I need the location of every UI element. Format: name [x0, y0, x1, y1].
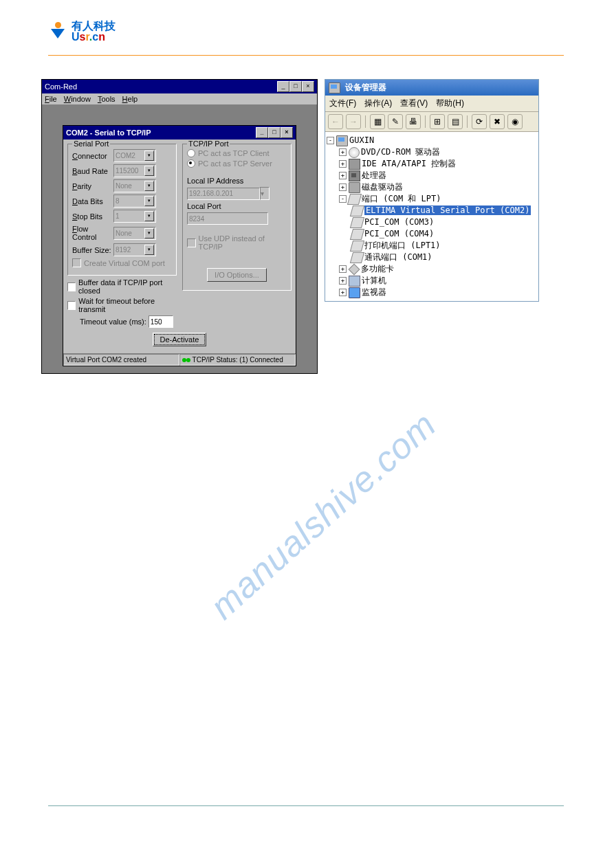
com2-maximize-icon[interactable]: □ — [268, 127, 281, 138]
dm-toolbar: ← → ▦ ✎ 🖶 ⊞ ▤ ⟳ ✖ ◉ — [325, 112, 538, 132]
menu-window[interactable]: Window — [64, 95, 91, 103]
create-vport-label: Create Virtual COM port — [84, 259, 165, 267]
tree-lpt[interactable]: 打印机端口 (LPT1) — [364, 241, 441, 250]
local-port-input[interactable]: 8234 — [187, 212, 268, 225]
monitor-icon — [349, 287, 360, 298]
toolbar-btn[interactable]: ◉ — [507, 114, 523, 129]
com2-statusbar: Virtual Port COM2 created TCP/IP Status:… — [63, 353, 296, 366]
com2-titlebar[interactable]: COM2 - Serial to TCP/IP _ □ × — [63, 126, 296, 140]
expand-icon[interactable]: + — [339, 277, 347, 285]
serial-group-title: Serial Port — [72, 140, 110, 148]
tcp-server-radio[interactable] — [187, 159, 195, 168]
tree-ide[interactable]: IDE ATA/ATAPI 控制器 — [362, 159, 456, 168]
tree-pci3[interactable]: PCI_COM (COM3) — [364, 217, 434, 227]
chevron-down-icon: ▾ — [144, 211, 154, 221]
tree-dvd[interactable]: DVD/CD-ROM 驱动器 — [361, 147, 440, 157]
com2-minimize-icon[interactable]: _ — [256, 127, 268, 138]
tree-ports[interactable]: 端口 (COM 和 LPT) — [362, 194, 441, 203]
baud-label: Baud Rate — [72, 167, 113, 175]
menu-help[interactable]: Help — [122, 95, 138, 103]
buffer-closed-checkbox[interactable] — [67, 282, 76, 291]
port-icon — [350, 217, 364, 228]
print-icon[interactable]: 🖶 — [406, 114, 421, 129]
close-icon[interactable]: × — [302, 81, 314, 92]
tree-eltima-selected[interactable]: ELTIMA Virtual Serial Port (COM2) — [364, 205, 531, 215]
tree-monitor[interactable]: 监视器 — [362, 287, 386, 297]
expand-icon[interactable]: + — [339, 148, 347, 156]
connector-select[interactable]: COM2▾ — [113, 149, 156, 162]
port-icon — [350, 241, 364, 252]
dm-menu-file[interactable]: 文件(F) — [329, 98, 356, 109]
expand-icon[interactable]: + — [339, 265, 347, 273]
status-tcp: TCP/IP Status: (1) Connected — [179, 354, 296, 366]
tree-disk[interactable]: 磁盘驱动器 — [362, 182, 403, 192]
comred-menubar: File Window Tools Help — [42, 93, 317, 104]
toolbar-btn[interactable]: ⊞ — [430, 114, 445, 129]
menu-file[interactable]: File — [45, 95, 57, 103]
expand-icon[interactable]: + — [339, 160, 347, 168]
expand-icon[interactable]: + — [339, 289, 347, 296]
status-dot-icon — [186, 358, 190, 362]
comred-titlebar[interactable]: Com-Red _ □ × — [42, 80, 317, 93]
dm-menu-view[interactable]: 查看(V) — [400, 98, 428, 109]
properties-icon[interactable]: ✎ — [388, 114, 403, 129]
buffer-closed-label: Buffer data if TCP/IP port closed — [78, 278, 177, 295]
wait-timeout-checkbox[interactable] — [67, 301, 76, 310]
tcp-client-label: PC act as TCP Client — [198, 149, 270, 157]
tree-com1[interactable]: 通讯端口 (COM1) — [364, 252, 432, 262]
baud-select[interactable]: 115200▾ — [113, 164, 156, 177]
uninstall-icon[interactable]: ✖ — [490, 114, 505, 129]
port-icon — [350, 229, 364, 240]
local-ip-input[interactable]: 192.168.0.201 — [187, 188, 260, 200]
back-icon[interactable]: ← — [328, 114, 343, 129]
parity-select[interactable]: None▾ — [113, 179, 156, 192]
minimize-icon[interactable]: _ — [277, 81, 289, 92]
maximize-icon[interactable]: □ — [289, 81, 302, 92]
expand-icon[interactable]: + — [339, 172, 347, 179]
toolbar-btn[interactable]: ▤ — [448, 114, 463, 129]
timeout-input[interactable]: 150 — [149, 315, 173, 328]
tcp-client-radio[interactable] — [187, 149, 195, 157]
use-udp-label: Use UDP instead of TCP/IP — [199, 234, 287, 251]
create-vport-checkbox[interactable] — [72, 258, 81, 267]
tree-computer[interactable]: 计算机 — [362, 276, 386, 285]
scan-icon[interactable]: ⟳ — [472, 114, 487, 129]
deactivate-button[interactable]: De-Activate — [153, 333, 207, 346]
local-port-label: Local Port — [187, 202, 287, 210]
buffer-select[interactable]: 8192▾ — [113, 243, 156, 256]
computer-icon — [336, 135, 348, 146]
disk-icon — [349, 182, 360, 193]
tree-multi[interactable]: 多功能卡 — [361, 264, 394, 274]
brand-figure-icon — [48, 22, 67, 41]
use-udp-checkbox[interactable] — [187, 238, 196, 247]
databits-select[interactable]: 8▾ — [113, 194, 156, 208]
buffer-label: Buffer Size: — [72, 246, 113, 254]
local-ip-label: Local IP Address — [187, 177, 287, 185]
stopbits-select[interactable]: 1▾ — [113, 210, 156, 223]
flow-select[interactable]: None▾ — [113, 227, 156, 240]
tree-cpu[interactable]: 处理器 — [362, 170, 386, 180]
wait-timeout-label: Wait for timeout before transmit — [78, 297, 177, 313]
tree-root[interactable]: GUXIN — [349, 135, 374, 145]
comred-title: Com-Red — [45, 82, 77, 91]
header-divider — [48, 55, 564, 56]
dm-menu-help[interactable]: 帮助(H) — [436, 98, 464, 109]
forward-icon[interactable]: → — [346, 114, 361, 129]
tree-pci4[interactable]: PCI_COM (COM4) — [364, 229, 434, 238]
tcpip-group: TCP/IP Port PC act as TCP Client PC act … — [182, 144, 292, 291]
expand-icon[interactable]: + — [339, 183, 347, 191]
toolbar-btn[interactable]: ▦ — [370, 114, 385, 129]
io-options-button[interactable]: I/O Options... — [207, 268, 267, 282]
device-manager-icon — [329, 82, 340, 93]
com2-close-icon[interactable]: × — [281, 127, 293, 138]
collapse-icon[interactable]: - — [339, 195, 347, 203]
device-tree[interactable]: -GUXIN +DVD/CD-ROM 驱动器 +IDE ATA/ATAPI 控制… — [325, 132, 538, 301]
brand-cn: 有人科技 — [72, 21, 116, 32]
dm-titlebar[interactable]: 设备管理器 — [325, 80, 538, 96]
collapse-icon[interactable]: - — [327, 137, 334, 144]
serial-port-group: Serial Port ConnectorCOM2▾ Baud Rate1152… — [67, 144, 177, 276]
dm-menu-action[interactable]: 操作(A) — [364, 98, 392, 109]
chevron-down-icon[interactable]: ▾ — [260, 187, 270, 200]
chevron-down-icon: ▾ — [144, 181, 154, 191]
menu-tools[interactable]: Tools — [98, 95, 116, 103]
